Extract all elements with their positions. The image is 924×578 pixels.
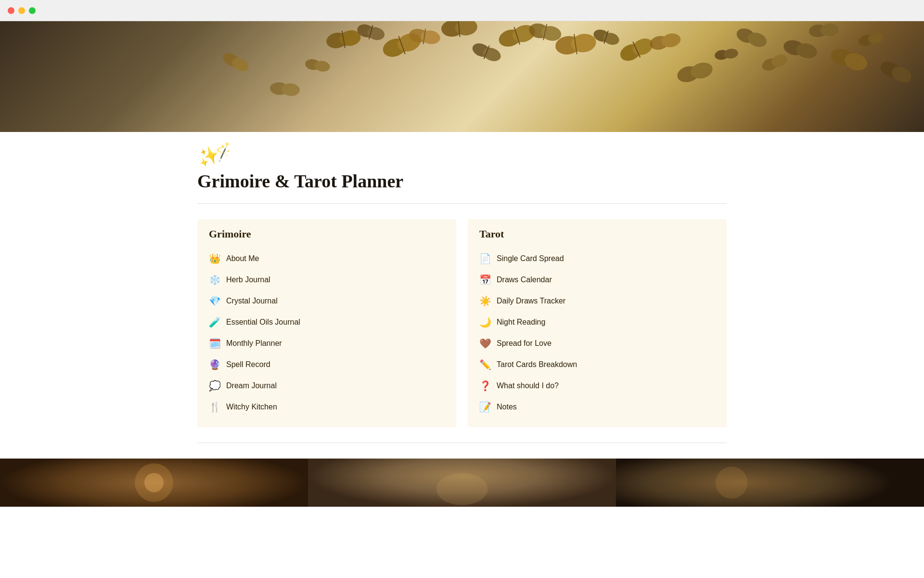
grimoire-item-spell-record[interactable]: 🔮 Spell Record [209,354,445,375]
grimoire-item-essential-oils[interactable]: 🧪 Essential Oils Journal [209,312,445,333]
svg-point-63 [436,473,488,505]
bottom-divider [197,443,727,443]
grimoire-label-dream-journal: Dream Journal [226,381,277,390]
calendar-icon: 🗓️ [209,338,220,349]
grimoire-label-herb-journal: Herb Journal [226,276,270,284]
tarot-item-cards-breakdown[interactable]: ✏️ Tarot Cards Breakdown [479,354,715,375]
tarot-label-daily-draws: Daily Draws Tracker [497,297,565,305]
grimoire-item-herb-journal[interactable]: ❄️ Herb Journal [209,269,445,290]
pencil-icon: ✏️ [479,359,491,370]
moon-icon: 🌙 [479,316,491,328]
grimoire-label-essential-oils: Essential Oils Journal [226,318,300,327]
dream-icon: 💭 [209,380,220,392]
calendar-draws-icon: 📅 [479,274,491,286]
bottom-image-1 [0,459,308,507]
grimoire-title: Grimoire [209,228,445,240]
crown-icon: 👑 [209,253,220,264]
tarot-list: 📄 Single Card Spread 📅 Draws Calendar ☀️… [479,242,715,423]
tarot-label-spread-love: Spread for Love [497,339,552,348]
tarot-label-notes: Notes [497,403,517,411]
maximize-button[interactable] [29,7,36,14]
svg-point-61 [144,473,164,492]
wand-icon-container: ✨🪄 [197,132,727,167]
grimoire-item-monthly-planner[interactable]: 🗓️ Monthly Planner [209,333,445,354]
tarot-title: Tarot [479,228,715,240]
grimoire-item-witchy-kitchen[interactable]: 🍴 Witchy Kitchen [209,396,445,418]
tarot-item-spread-love[interactable]: 🤎 Spread for Love [479,333,715,354]
svg-point-65 [716,467,748,499]
hero-banner [0,21,924,132]
tarot-item-daily-draws[interactable]: ☀️ Daily Draws Tracker [479,290,715,312]
question-icon: ❓ [479,380,491,392]
tarot-label-what-should: What should I do? [497,381,559,390]
grimoire-item-dream-journal[interactable]: 💭 Dream Journal [209,375,445,396]
bottom-image-3 [616,459,924,507]
browser-chrome [0,0,924,21]
grimoire-item-crystal-journal[interactable]: 💎 Crystal Journal [209,290,445,312]
tarot-item-single-card[interactable]: 📄 Single Card Spread [479,248,715,269]
tarot-label-single-card: Single Card Spread [497,254,564,263]
herb-icon: ❄️ [209,274,220,286]
grimoire-label-spell-record: Spell Record [226,360,270,369]
grimoire-item-about-me[interactable]: 👑 About Me [209,248,445,269]
svg-rect-64 [616,459,924,507]
sun-icon: ☀️ [479,295,491,307]
grimoire-list: 👑 About Me ❄️ Herb Journal 💎 Crystal Jou… [209,242,445,423]
hero-background [0,21,924,132]
tarot-label-draws-calendar: Draws Calendar [497,276,552,284]
tarot-item-notes[interactable]: 📝 Notes [479,396,715,418]
main-columns: Grimoire 👑 About Me ❄️ Herb Journal 💎 Cr… [197,219,727,427]
tarot-item-what-should[interactable]: ❓ What should I do? [479,375,715,396]
grimoire-label-about-me: About Me [226,254,259,263]
gem-icon: 💎 [209,295,220,307]
wand-sparkle-icon: ✨🪄 [195,140,235,168]
grimoire-label-crystal-journal: Crystal Journal [226,297,278,305]
grimoire-label-monthly-planner: Monthly Planner [226,339,282,348]
tarot-item-draws-calendar[interactable]: 📅 Draws Calendar [479,269,715,290]
spell-icon: 🔮 [209,359,220,370]
card-icon: 📄 [479,253,491,264]
grimoire-label-witchy-kitchen: Witchy Kitchen [226,403,277,411]
notes-icon: 📝 [479,401,491,413]
bottom-image-2 [308,459,616,507]
kitchen-icon: 🍴 [209,401,220,413]
grimoire-section: Grimoire 👑 About Me ❄️ Herb Journal 💎 Cr… [197,219,456,427]
tarot-label-cards-breakdown: Tarot Cards Breakdown [497,360,577,369]
heart-icon: 🤎 [479,338,491,349]
close-button[interactable] [8,7,14,14]
tarot-item-night-reading[interactable]: 🌙 Night Reading [479,312,715,333]
content-area: ✨🪄 Grimoire & Tarot Planner Grimoire 👑 A… [149,132,775,443]
top-divider [197,203,727,204]
minimize-button[interactable] [18,7,25,14]
page-title: Grimoire & Tarot Planner [197,167,727,203]
bottom-image-strip [0,459,924,507]
flask-icon: 🧪 [209,316,220,328]
tarot-label-night-reading: Night Reading [497,318,545,327]
tarot-section: Tarot 📄 Single Card Spread 📅 Draws Calen… [468,219,727,427]
